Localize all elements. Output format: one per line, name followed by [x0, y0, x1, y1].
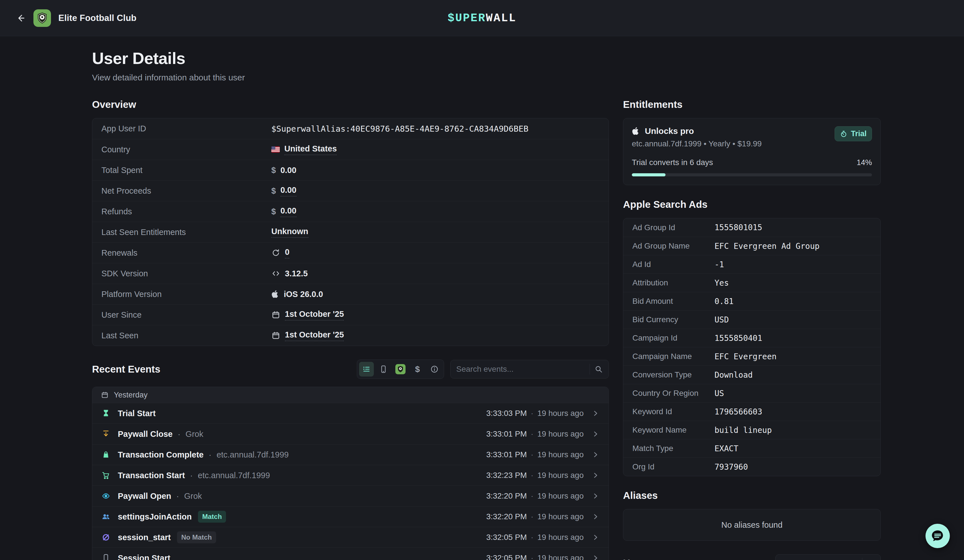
overview-row: Renewals 0	[92, 243, 609, 263]
chevron-right-icon	[591, 492, 600, 501]
events-group-header: Yesterday	[92, 387, 609, 403]
list-icon	[362, 365, 371, 374]
entitlements-heading: Entitlements	[623, 99, 881, 110]
dollar-icon: $	[415, 365, 420, 374]
dot-separator: ·	[531, 553, 533, 560]
event-row[interactable]: session_start No Match 3:32:05 PM · 19 h…	[92, 527, 609, 547]
asa-row: Ad Group Name EFC Evergreen Ad Group	[623, 237, 881, 255]
recent-events-heading: Recent Events	[92, 363, 160, 375]
overview-value[interactable]: 0	[285, 247, 290, 259]
event-time: 3:32:05 PM	[486, 533, 527, 542]
events-filter-info-button[interactable]	[427, 362, 442, 376]
overview-label: Country	[101, 145, 271, 154]
chevron-right-icon	[591, 430, 600, 438]
asa-row: Keyword Name build lineup	[623, 421, 881, 439]
overview-card: App User ID $SuperwallAlias:40EC9876-A85…	[92, 118, 609, 346]
overview-row: Country United States	[92, 139, 609, 160]
event-time-ago: 19 hours ago	[537, 492, 584, 501]
overview-value[interactable]: United States	[284, 144, 337, 155]
asa-label: Country Or Region	[632, 389, 715, 398]
bag-icon	[101, 450, 111, 459]
event-row[interactable]: Transaction Start ·etc.annual.7df.1999 3…	[92, 465, 609, 485]
chat-widget-button[interactable]	[925, 524, 950, 548]
overview-row: Total Spent $0.00	[92, 160, 609, 180]
event-time: 3:33:03 PM	[486, 409, 527, 418]
event-time: 3:32:23 PM	[486, 471, 527, 480]
user-section: User	[623, 554, 881, 560]
event-name: Session Start	[118, 553, 170, 560]
dot-separator: ·	[190, 471, 193, 480]
asa-value: 7937960	[715, 462, 748, 472]
asa-row: Country Or Region US	[623, 384, 881, 402]
asa-value: 0.81	[715, 297, 733, 306]
overview-label: Platform Version	[101, 290, 271, 299]
event-name: Paywall Close	[118, 430, 173, 439]
asa-label: Campaign Name	[632, 352, 715, 361]
event-row[interactable]: Paywall Open ·Grok 3:32:20 PM · 19 hours…	[92, 485, 609, 506]
page: User Details View detailed information a…	[0, 49, 964, 560]
top-bar: Elite Football Club $UPERWALL	[0, 0, 964, 36]
overview-value[interactable]: 0.00	[280, 206, 296, 217]
overview-value[interactable]: 1st October '25	[285, 309, 344, 321]
events-filter-app-logo-button[interactable]	[393, 362, 408, 376]
trial-badge: Trial	[835, 126, 872, 141]
chevron-right-icon	[591, 533, 600, 542]
overview-label: User Since	[101, 310, 271, 320]
asa-section: Apple Search Ads Ad Group Id 1555801015A…	[623, 199, 881, 476]
event-row[interactable]: Transaction Complete ·etc.annual.7df.199…	[92, 444, 609, 465]
events-filter-mobile-button[interactable]	[376, 362, 391, 376]
title-block: User Details View detailed information a…	[92, 49, 881, 82]
trial-progress-fill	[632, 173, 666, 176]
aliases-empty-text: No aliases found	[721, 520, 782, 530]
dot-separator: ·	[531, 430, 533, 438]
dollar-icon: $	[271, 186, 276, 195]
search-icon	[594, 365, 603, 373]
asa-value: EFC Evergreen	[715, 352, 777, 361]
paywall-close-icon	[101, 430, 111, 438]
event-name: session_start	[118, 533, 171, 542]
page-title: User Details	[92, 49, 881, 68]
asa-row: Ad Id -1	[623, 255, 881, 273]
overview-value: 0.00	[280, 166, 296, 175]
overview-row: Net Proceeds $0.00	[92, 180, 609, 201]
asa-value: build lineup	[715, 425, 772, 435]
overview-value: 3.12.5	[285, 269, 308, 278]
search-divider	[862, 558, 862, 560]
overview-value[interactable]: 1st October '25	[285, 330, 344, 341]
asa-value: 1555850401	[715, 334, 762, 343]
events-search-input[interactable]	[456, 365, 585, 374]
chevron-right-icon	[591, 471, 600, 480]
event-time-ago: 19 hours ago	[537, 512, 584, 521]
flag-us-icon	[271, 147, 280, 153]
user-search-input[interactable]	[782, 558, 858, 560]
overview-label: Net Proceeds	[101, 186, 271, 195]
events-filter-list-button[interactable]	[359, 362, 374, 376]
asa-row: Bid Amount 0.81	[623, 292, 881, 310]
dot-separator: ·	[177, 430, 181, 439]
asa-row: Bid Currency USD	[623, 310, 881, 329]
event-time-ago: 19 hours ago	[537, 450, 584, 459]
overview-value[interactable]: Unknown	[271, 227, 308, 238]
event-name: Transaction Start	[118, 471, 185, 480]
dot-separator: ·	[531, 512, 533, 521]
back-button[interactable]	[13, 10, 28, 26]
event-row[interactable]: Paywall Close ·Grok 3:33:01 PM · 19 hour…	[92, 423, 609, 444]
event-row[interactable]: Trial Start 3:33:03 PM · 19 hours ago	[92, 403, 609, 423]
info-icon	[430, 365, 439, 374]
app-logo-icon	[395, 364, 405, 374]
overview-label: SDK Version	[101, 269, 271, 278]
asa-label: Bid Amount	[632, 297, 715, 306]
overview-row: User Since 1st October '25	[92, 304, 609, 325]
asa-row: Attribution Yes	[623, 273, 881, 292]
events-filter-dollar-button[interactable]: $	[410, 362, 425, 376]
slash-icon	[101, 533, 111, 542]
logo-rest: WALL	[486, 11, 516, 24]
event-row[interactable]: settingsJoinAction Match 3:32:20 PM · 19…	[92, 506, 609, 527]
event-time-ago: 19 hours ago	[537, 471, 584, 480]
asa-value: EXACT	[715, 444, 738, 453]
overview-value[interactable]: 0.00	[280, 186, 296, 197]
asa-card: Ad Group Id 1555801015Ad Group Name EFC …	[623, 218, 881, 476]
dollar-icon: $	[271, 166, 276, 175]
event-row[interactable]: Session Start 3:32:05 PM · 19 hours ago	[92, 547, 609, 560]
asa-label: Match Type	[632, 444, 715, 453]
